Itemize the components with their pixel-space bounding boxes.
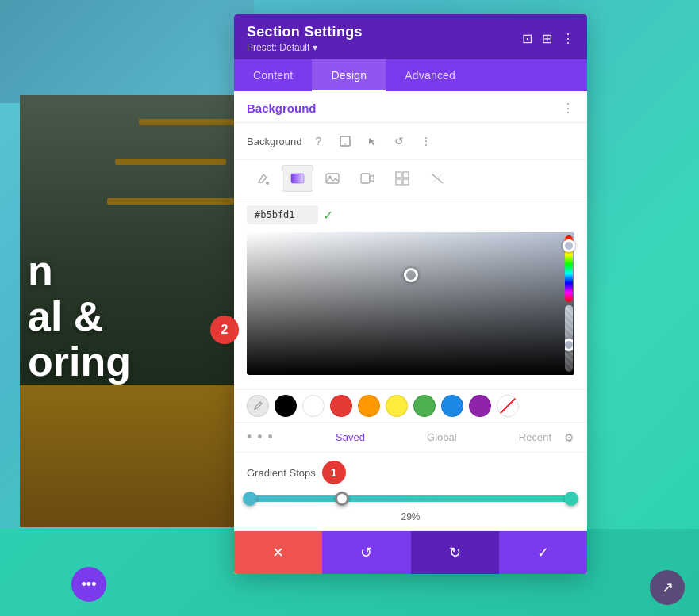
color-type-flat[interactable] [247, 165, 278, 192]
confirm-button[interactable]: ✓ [499, 531, 587, 574]
svg-rect-3 [291, 174, 304, 183]
tab-design[interactable]: Design [312, 59, 386, 91]
opacity-handle[interactable] [565, 339, 573, 351]
swatch-transparent[interactable] [497, 395, 519, 417]
bg-cursor-icon[interactable] [362, 131, 382, 151]
svg-rect-4 [326, 174, 339, 183]
more-dots[interactable]: • • • [247, 429, 274, 446]
undo-icon: ↺ [360, 544, 372, 561]
swatch-white[interactable] [302, 395, 325, 417]
swatch-green[interactable] [413, 395, 436, 417]
tablet-svg [340, 136, 351, 147]
color-type-image[interactable] [317, 165, 348, 192]
gradient-picker-wrapper [247, 232, 574, 375]
svg-rect-9 [396, 179, 401, 185]
image-panel: n al & oring [20, 95, 234, 527]
gradient-stops-section: Gradient Stops 1 29% [234, 452, 587, 530]
tab-advanced-label: Advanced [405, 69, 455, 82]
saved-settings-icon[interactable]: ⚙ [564, 431, 574, 444]
gradient-stops-label: Gradient Stops [247, 467, 316, 479]
panel-subtitle: Preset: Default ▾ [247, 42, 363, 53]
split-icon[interactable]: ⊞ [542, 31, 552, 46]
gradient-percent: 29% [247, 511, 574, 522]
swatch-red[interactable] [330, 395, 352, 417]
overlay-line1: n [28, 248, 131, 293]
arrow-icon: ↗ [662, 579, 674, 596]
cursor-svg [367, 136, 377, 146]
expand-icon[interactable]: ⊡ [522, 31, 532, 46]
tab-saved[interactable]: Saved [336, 431, 365, 443]
svg-point-11 [255, 408, 256, 410]
overlay-line3: oring [28, 339, 131, 385]
badge-1-label: 1 [331, 466, 337, 479]
gradient-stop-mid[interactable] [335, 492, 349, 506]
slider-column [560, 232, 578, 375]
undo-button[interactable]: ↺ [322, 531, 410, 574]
swatch-purple[interactable] [469, 395, 491, 417]
swatch-orange[interactable] [358, 395, 380, 417]
overlay-text: n al & oring [20, 248, 131, 385]
tab-advanced[interactable]: Advanced [386, 59, 474, 91]
svg-rect-6 [361, 174, 370, 183]
dots-button-bottom[interactable]: ••• [71, 567, 106, 602]
furniture [20, 385, 234, 527]
main-panel: Section Settings Preset: Default ▾ ⊡ ⊞ ⋮… [234, 14, 587, 574]
gradient-slider-container[interactable] [247, 491, 574, 507]
bg-more-icon[interactable]: ⋮ [416, 131, 436, 151]
hue-slider-track[interactable] [565, 235, 573, 302]
color-type-pattern[interactable] [386, 165, 418, 192]
section-menu-icon[interactable]: ⋮ [562, 101, 574, 116]
hex-confirm-icon[interactable]: ✓ [323, 208, 333, 223]
redo-icon: ↻ [449, 544, 461, 561]
tab-content[interactable]: Content [234, 59, 312, 91]
video-icon [360, 171, 374, 186]
panel-header: Section Settings Preset: Default ▾ ⊡ ⊞ ⋮ [234, 14, 587, 59]
mask-icon [430, 171, 444, 186]
image-icon [325, 171, 340, 186]
confirm-icon: ✓ [537, 544, 549, 561]
tab-design-label: Design [331, 69, 367, 82]
image-panel-inner: n al & oring [20, 95, 234, 527]
panel-header-left: Section Settings Preset: Default ▾ [247, 24, 363, 53]
section-title: Background [247, 101, 317, 115]
saved-tabs-row: • • • Saved Global Recent ⚙ [234, 422, 587, 452]
tab-global[interactable]: Global [427, 431, 457, 443]
bg-help-icon[interactable]: ? [308, 131, 328, 151]
swatch-black[interactable] [275, 395, 297, 417]
tab-content-label: Content [253, 69, 293, 82]
color-gradient-box[interactable] [247, 232, 574, 375]
bg-tablet-icon[interactable] [335, 131, 355, 151]
badge-1: 1 [322, 461, 346, 484]
color-type-video[interactable] [351, 165, 383, 192]
redo-button[interactable]: ↻ [411, 531, 499, 574]
swatch-yellow[interactable] [386, 395, 408, 417]
gradient-stop-left[interactable] [243, 492, 257, 506]
color-type-gradient[interactable] [282, 165, 313, 192]
swatch-blue[interactable] [441, 395, 463, 417]
gradient-slider-track [247, 495, 574, 502]
tab-recent[interactable]: Recent [519, 431, 551, 443]
swatches-row [234, 389, 587, 422]
svg-rect-10 [403, 179, 409, 185]
badge-2-label: 2 [221, 323, 229, 337]
bg-reset-icon[interactable]: ↺ [389, 131, 409, 151]
menu-icon[interactable]: ⋮ [562, 31, 574, 46]
bg-label: Background [247, 136, 301, 147]
shelf-1 [139, 119, 234, 125]
gradient-color-handle[interactable] [404, 268, 418, 282]
hue-handle[interactable] [563, 239, 575, 252]
cancel-button[interactable]: ✕ [234, 531, 322, 574]
arrow-button-bottom-right[interactable]: ↗ [650, 570, 685, 605]
gradient-stop-right[interactable] [564, 492, 578, 506]
opacity-slider-track[interactable] [565, 305, 573, 372]
hex-input[interactable] [247, 205, 318, 224]
background-row: Background ? ↺ ⋮ [234, 123, 587, 160]
panel-title: Section Settings [247, 24, 363, 40]
paint-bucket-icon [255, 171, 270, 186]
color-type-mask[interactable] [421, 165, 453, 192]
eyedropper-icon [252, 400, 263, 411]
cancel-icon: ✕ [272, 544, 284, 561]
panel-body: Background ⋮ Background ? ↺ ⋮ [234, 91, 587, 574]
swatch-eyedropper[interactable] [247, 395, 269, 417]
shelf-2 [115, 159, 226, 165]
